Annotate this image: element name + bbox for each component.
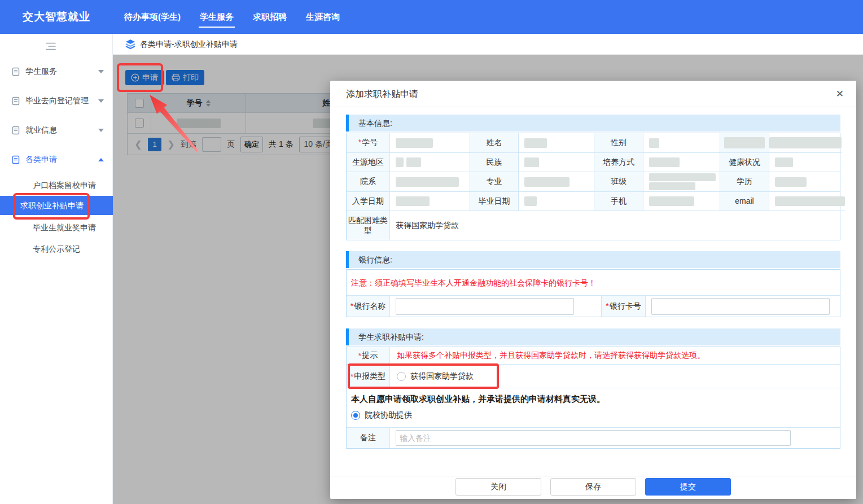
modal-footer-buttons: 关闭 保存 提交 bbox=[455, 478, 731, 496]
label-apply-type: *申报类型 bbox=[347, 365, 390, 388]
label-email: email bbox=[720, 192, 769, 211]
label-training-mode: 培养方式 bbox=[594, 153, 643, 172]
bank-name-cell bbox=[390, 296, 602, 317]
label-remark: 备注 bbox=[347, 428, 390, 448]
value-ethnicity bbox=[519, 153, 594, 172]
label-bank-name: *银行名称 bbox=[347, 296, 390, 317]
nav-student-services[interactable]: 学生服务 bbox=[199, 0, 235, 34]
label-gender: 性别 bbox=[594, 133, 643, 153]
value-training-mode bbox=[643, 153, 720, 172]
save-button[interactable]: 保存 bbox=[550, 478, 636, 496]
apply-type-cell: 获得国家助学贷款 bbox=[390, 365, 840, 388]
bank-notice: 注意：须正确填写毕业生本人开通金融功能的社会保障卡的银行卡号！ bbox=[347, 270, 840, 296]
basic-info-grid: *学号 姓名 性别 生源地区 民族 培养方式 健康状况 院系 专业 班级 bbox=[346, 133, 840, 240]
school-assist-radio[interactable] bbox=[351, 411, 360, 420]
tip-text: 如果获得多个补贴申报类型，并且获得国家助学贷款时，请选择获得获得助学贷款选项。 bbox=[390, 347, 840, 364]
modal-titlebar: 添加求职补贴申请 ✕ bbox=[330, 81, 856, 107]
nav-todo[interactable]: 待办事项(学生) bbox=[123, 0, 182, 34]
label-class: 班级 bbox=[594, 172, 643, 192]
sidebar-group-student-services[interactable]: 学生服务 bbox=[0, 64, 113, 80]
label-tip: *提示 bbox=[347, 347, 390, 364]
bank-card-cell bbox=[646, 296, 840, 317]
breadcrumb: 各类申请-求职创业补贴申请 bbox=[140, 34, 238, 54]
sidebar-item-patent-register[interactable]: 专利公示登记 bbox=[0, 242, 113, 256]
declaration-cell: 本人自愿申请领取求职创业补贴，并承诺提供的申请材料真实无误。 院校协助提供 bbox=[347, 388, 840, 428]
declaration-text: 本人自愿申请领取求职创业补贴，并承诺提供的申请材料真实无误。 bbox=[351, 394, 835, 405]
label-name: 姓名 bbox=[470, 133, 519, 153]
value-name bbox=[519, 133, 594, 153]
loan-radio-label[interactable]: 获得国家助学贷款 bbox=[410, 371, 474, 382]
value-enroll-date bbox=[390, 192, 470, 211]
collapse-menu-icon[interactable] bbox=[45, 42, 56, 51]
section-subsidy-apply: 学生求职补贴申请: bbox=[346, 328, 840, 345]
chevron-down-icon bbox=[98, 129, 104, 132]
label-student-id: *学号 bbox=[347, 133, 390, 153]
value-email bbox=[769, 192, 845, 211]
value-major bbox=[519, 172, 594, 192]
label-enroll-date: 入学日期 bbox=[347, 192, 390, 211]
label-major: 专业 bbox=[470, 172, 519, 192]
school-assist-label[interactable]: 院校协助提供 bbox=[365, 410, 412, 420]
document-icon bbox=[11, 97, 20, 106]
value-mobile bbox=[643, 192, 720, 211]
label-redacted bbox=[720, 133, 769, 153]
label-graduate-date: 毕业日期 bbox=[470, 192, 519, 211]
loan-radio[interactable] bbox=[397, 372, 406, 381]
submit-button[interactable]: 提交 bbox=[645, 478, 731, 496]
topbar: 交大智慧就业 待办事项(学生) 学生服务 求职招聘 生涯咨询 bbox=[0, 0, 863, 34]
close-icon[interactable]: ✕ bbox=[836, 81, 844, 107]
label-mobile: 手机 bbox=[594, 192, 643, 211]
sidebar-group-employment-info[interactable]: 就业信息 bbox=[0, 122, 113, 138]
breadcrumb-bar: 各类申请-求职创业补贴申请 bbox=[113, 34, 863, 55]
section-basic-info: 基本信息: bbox=[346, 115, 840, 132]
label-ethnicity: 民族 bbox=[470, 153, 519, 172]
bank-info-box: 注意：须正确填写毕业生本人开通金融功能的社会保障卡的银行卡号！ *银行名称 *银… bbox=[346, 269, 840, 317]
value-class bbox=[643, 172, 720, 192]
sidebar: 学生服务 毕业去向登记管理 就业信息 各类申请 户口档案留校申请 求职创业补贴申… bbox=[0, 34, 113, 504]
section-bank-info: 银行信息: bbox=[346, 251, 840, 268]
value-degree bbox=[769, 172, 840, 192]
document-icon bbox=[11, 126, 20, 135]
value-redacted bbox=[769, 133, 842, 153]
app-logo: 交大智慧就业 bbox=[0, 0, 113, 34]
document-icon bbox=[11, 155, 20, 164]
layers-icon bbox=[125, 39, 135, 49]
sidebar-item-graduate-award[interactable]: 毕业生就业奖申请 bbox=[0, 220, 113, 235]
value-difficulty-type: 获得国家助学贷款 bbox=[390, 211, 840, 240]
top-nav: 待办事项(学生) 学生服务 求职招聘 生涯咨询 bbox=[123, 0, 341, 34]
modal-title: 添加求职补贴申请 bbox=[346, 81, 418, 107]
label-degree: 学历 bbox=[720, 172, 769, 192]
remark-input[interactable] bbox=[396, 430, 791, 446]
document-icon bbox=[11, 67, 20, 76]
value-gender bbox=[643, 133, 720, 153]
chevron-up-icon bbox=[98, 158, 104, 161]
sidebar-group-graduation-register[interactable]: 毕业去向登记管理 bbox=[0, 93, 113, 109]
label-department: 院系 bbox=[347, 172, 390, 192]
chevron-down-icon bbox=[98, 70, 104, 73]
sidebar-item-job-subsidy[interactable]: 求职创业补贴申请 bbox=[0, 196, 113, 215]
footer-divider bbox=[330, 476, 856, 476]
label-health: 健康状况 bbox=[720, 153, 769, 172]
value-student-id bbox=[390, 133, 470, 153]
add-subsidy-modal: 添加求职补贴申请 ✕ 基本信息: *学号 姓名 性别 生源地区 民族 培养方式 … bbox=[330, 81, 856, 499]
label-difficulty-type: 匹配困难类型 bbox=[347, 211, 390, 240]
bank-name-input[interactable] bbox=[396, 298, 574, 315]
sidebar-item-hukou-archive[interactable]: 户口档案留校申请 bbox=[0, 178, 113, 192]
chevron-down-icon bbox=[98, 99, 104, 103]
nav-job-recruit[interactable]: 求职招聘 bbox=[252, 0, 288, 34]
close-button[interactable]: 关闭 bbox=[455, 478, 541, 496]
value-graduate-date bbox=[519, 192, 594, 211]
nav-career-consult[interactable]: 生涯咨询 bbox=[305, 0, 341, 34]
value-health bbox=[769, 153, 840, 172]
sidebar-group-applications[interactable]: 各类申请 bbox=[0, 152, 113, 168]
bank-card-input[interactable] bbox=[651, 298, 830, 315]
subsidy-box: *提示 如果获得多个补贴申报类型，并且获得国家助学贷款时，请选择获得获得助学贷款… bbox=[346, 347, 840, 449]
label-origin-region: 生源地区 bbox=[347, 153, 390, 172]
label-bank-card: *银行卡号 bbox=[602, 296, 646, 317]
value-department bbox=[390, 172, 470, 192]
value-origin-region bbox=[390, 153, 470, 172]
remark-cell bbox=[390, 428, 840, 448]
